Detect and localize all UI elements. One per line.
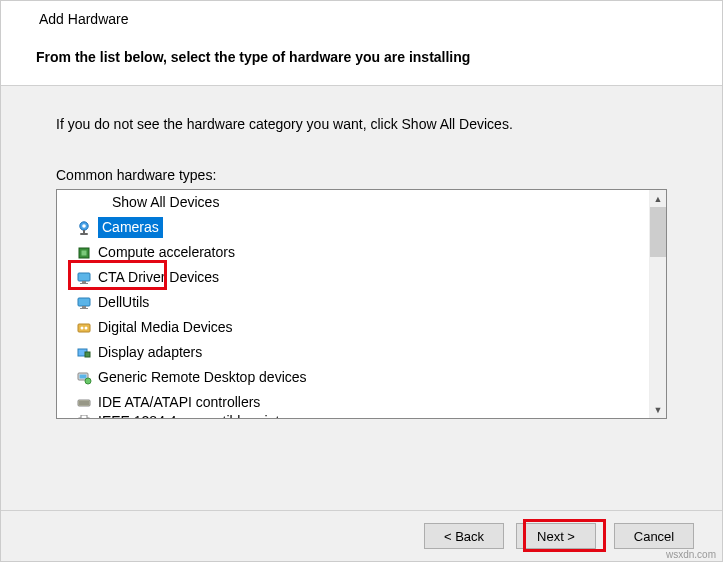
monitor-icon [75, 294, 92, 311]
next-button[interactable]: Next > [516, 523, 596, 549]
list-item[interactable]: Compute accelerators [57, 240, 649, 265]
content-area: If you do not see the hardware category … [1, 86, 722, 439]
instruction-text: If you do not see the hardware category … [56, 116, 667, 132]
svg-point-14 [84, 326, 87, 329]
printer-icon [75, 415, 92, 418]
scroll-thumb[interactable] [650, 207, 666, 257]
list-item[interactable]: CTA Driver Devices [57, 265, 649, 290]
scroll-track[interactable] [650, 257, 666, 401]
svg-rect-18 [79, 374, 86, 378]
window-title: Add Hardware [39, 11, 682, 27]
blank-icon [89, 194, 106, 211]
svg-point-13 [80, 326, 83, 329]
camera-icon [75, 219, 92, 236]
chip-icon [75, 244, 92, 261]
back-button[interactable]: < Back [424, 523, 504, 549]
list-item[interactable]: IDE ATA/ATAPI controllers [57, 390, 649, 415]
remote-icon [75, 369, 92, 386]
item-label: Digital Media Devices [98, 317, 233, 338]
list-item[interactable]: IEEE 1284.4 compatible printers [57, 415, 649, 418]
ide-icon [75, 394, 92, 411]
item-label: CTA Driver Devices [98, 267, 219, 288]
svg-rect-22 [79, 403, 89, 404]
scroll-up-icon[interactable]: ▲ [650, 190, 666, 207]
list-label: Common hardware types: [56, 167, 667, 183]
list-item[interactable]: Show All Devices [57, 190, 649, 215]
svg-point-1 [82, 224, 86, 228]
list-item[interactable]: Display adapters [57, 340, 649, 365]
display-icon [75, 344, 92, 361]
page-subtitle: From the list below, select the type of … [36, 49, 682, 65]
watermark: wsxdn.com [666, 549, 716, 560]
scrollbar[interactable]: ▲ ▼ [649, 190, 666, 418]
svg-rect-7 [82, 281, 86, 283]
item-label: Compute accelerators [98, 242, 235, 263]
svg-point-19 [85, 378, 91, 384]
svg-rect-12 [78, 324, 90, 332]
list-item[interactable]: Cameras [57, 215, 649, 240]
svg-rect-2 [83, 230, 85, 233]
svg-rect-3 [80, 233, 88, 235]
svg-rect-6 [78, 273, 90, 281]
list-items: Show All Devices Cameras Compute acceler… [57, 190, 649, 418]
wizard-header: Add Hardware From the list below, select… [1, 1, 722, 86]
item-label: Cameras [98, 217, 163, 238]
item-label: Show All Devices [112, 192, 219, 213]
scroll-down-icon[interactable]: ▼ [650, 401, 666, 418]
svg-rect-20 [78, 400, 90, 406]
svg-rect-9 [78, 298, 90, 306]
media-icon [75, 319, 92, 336]
list-item[interactable]: Digital Media Devices [57, 315, 649, 340]
monitor-icon [75, 269, 92, 286]
list-item[interactable]: DellUtils [57, 290, 649, 315]
item-label: Generic Remote Desktop devices [98, 367, 307, 388]
item-label: IEEE 1284.4 compatible printers [98, 415, 299, 418]
svg-rect-21 [79, 401, 89, 402]
button-bar: < Back Next > Cancel [1, 510, 722, 561]
item-label: DellUtils [98, 292, 149, 313]
svg-rect-8 [80, 283, 88, 284]
item-label: Display adapters [98, 342, 202, 363]
item-label: IDE ATA/ATAPI controllers [98, 392, 260, 413]
svg-rect-11 [80, 308, 88, 309]
cancel-button[interactable]: Cancel [614, 523, 694, 549]
svg-rect-16 [85, 352, 90, 357]
svg-rect-5 [81, 250, 86, 255]
list-item[interactable]: Generic Remote Desktop devices [57, 365, 649, 390]
svg-rect-10 [82, 306, 86, 308]
svg-rect-24 [81, 415, 87, 418]
hardware-type-listbox[interactable]: Show All Devices Cameras Compute acceler… [56, 189, 667, 419]
